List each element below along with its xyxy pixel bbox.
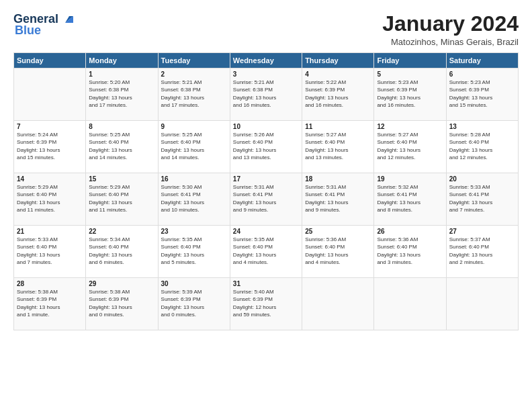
header-cell-friday: Friday: [374, 53, 446, 68]
day-number: 28: [17, 280, 83, 287]
header-cell-monday: Monday: [86, 53, 158, 68]
day-number: 29: [89, 280, 154, 287]
day-content: Sunrise: 5:34 AM Sunset: 6:40 PM Dayligh…: [89, 236, 154, 266]
day-cell: 22Sunrise: 5:34 AM Sunset: 6:40 PM Dayli…: [86, 226, 158, 278]
day-number: 6: [449, 71, 515, 78]
day-cell: 11Sunrise: 5:27 AM Sunset: 6:40 PM Dayli…: [302, 121, 374, 173]
header: General Blue January 2024 Matozinhos, Mi…: [13, 12, 519, 47]
day-cell: 19Sunrise: 5:32 AM Sunset: 6:41 PM Dayli…: [374, 173, 446, 226]
calendar-table: SundayMondayTuesdayWednesdayThursdayFrid…: [13, 52, 519, 330]
day-content: Sunrise: 5:37 AM Sunset: 6:40 PM Dayligh…: [449, 236, 515, 266]
day-cell: 16Sunrise: 5:30 AM Sunset: 6:41 PM Dayli…: [158, 173, 230, 226]
day-cell: [302, 278, 374, 330]
day-number: 8: [89, 123, 154, 130]
month-title: January 2024: [382, 12, 519, 36]
week-row-1: 1Sunrise: 5:20 AM Sunset: 6:38 PM Daylig…: [14, 68, 519, 121]
day-number: 10: [233, 123, 299, 130]
day-number: 23: [161, 228, 227, 235]
day-cell: 23Sunrise: 5:35 AM Sunset: 6:40 PM Dayli…: [158, 226, 230, 278]
week-row-3: 14Sunrise: 5:29 AM Sunset: 6:40 PM Dayli…: [14, 173, 519, 226]
day-number: 7: [17, 123, 83, 130]
day-number: 14: [17, 175, 83, 183]
day-number: 31: [233, 280, 299, 287]
day-number: 22: [89, 228, 154, 235]
day-content: Sunrise: 5:35 AM Sunset: 6:40 PM Dayligh…: [161, 236, 227, 266]
day-number: 20: [449, 175, 515, 183]
day-cell: 29Sunrise: 5:38 AM Sunset: 6:39 PM Dayli…: [86, 278, 158, 330]
day-cell: 13Sunrise: 5:28 AM Sunset: 6:40 PM Dayli…: [446, 121, 518, 173]
day-cell: 28Sunrise: 5:38 AM Sunset: 6:39 PM Dayli…: [14, 278, 86, 330]
day-cell: [446, 278, 518, 330]
day-content: Sunrise: 5:27 AM Sunset: 6:40 PM Dayligh…: [305, 131, 371, 161]
day-cell: 26Sunrise: 5:36 AM Sunset: 6:40 PM Dayli…: [374, 226, 446, 278]
day-number: 18: [305, 175, 371, 183]
location: Matozinhos, Minas Gerais, Brazil: [382, 37, 519, 47]
logo-blue: Blue: [15, 24, 41, 38]
header-row: SundayMondayTuesdayWednesdayThursdayFrid…: [14, 53, 519, 68]
day-cell: 21Sunrise: 5:33 AM Sunset: 6:40 PM Dayli…: [14, 226, 86, 278]
day-content: Sunrise: 5:27 AM Sunset: 6:40 PM Dayligh…: [377, 131, 443, 161]
week-row-4: 21Sunrise: 5:33 AM Sunset: 6:40 PM Dayli…: [14, 226, 519, 278]
day-number: 26: [377, 228, 443, 235]
day-cell: 1Sunrise: 5:20 AM Sunset: 6:38 PM Daylig…: [86, 68, 158, 121]
day-content: Sunrise: 5:22 AM Sunset: 6:39 PM Dayligh…: [305, 79, 371, 109]
day-number: 25: [305, 228, 371, 235]
calendar-page: General Blue January 2024 Matozinhos, Mi…: [0, 0, 532, 411]
day-number: 21: [17, 228, 83, 235]
header-cell-tuesday: Tuesday: [158, 53, 230, 68]
day-content: Sunrise: 5:29 AM Sunset: 6:40 PM Dayligh…: [89, 183, 154, 214]
header-cell-thursday: Thursday: [302, 53, 374, 68]
day-number: 1: [89, 71, 154, 78]
day-cell: 17Sunrise: 5:31 AM Sunset: 6:41 PM Dayli…: [230, 173, 302, 226]
day-content: Sunrise: 5:36 AM Sunset: 6:40 PM Dayligh…: [305, 236, 371, 266]
day-content: Sunrise: 5:26 AM Sunset: 6:40 PM Dayligh…: [233, 131, 299, 161]
day-cell: 15Sunrise: 5:29 AM Sunset: 6:40 PM Dayli…: [86, 173, 158, 226]
day-number: 3: [233, 71, 299, 78]
day-number: 30: [161, 280, 227, 287]
day-content: Sunrise: 5:33 AM Sunset: 6:41 PM Dayligh…: [449, 183, 515, 214]
day-cell: 10Sunrise: 5:26 AM Sunset: 6:40 PM Dayli…: [230, 121, 302, 173]
day-cell: 25Sunrise: 5:36 AM Sunset: 6:40 PM Dayli…: [302, 226, 374, 278]
day-number: 27: [449, 228, 515, 235]
day-number: 4: [305, 71, 371, 78]
day-cell: 20Sunrise: 5:33 AM Sunset: 6:41 PM Dayli…: [446, 173, 518, 226]
day-number: 24: [233, 228, 299, 235]
day-cell: 3Sunrise: 5:21 AM Sunset: 6:38 PM Daylig…: [230, 68, 302, 121]
day-number: 16: [161, 175, 227, 183]
day-number: 19: [377, 175, 443, 183]
day-cell: 18Sunrise: 5:31 AM Sunset: 6:41 PM Dayli…: [302, 173, 374, 226]
day-cell: 31Sunrise: 5:40 AM Sunset: 6:39 PM Dayli…: [230, 278, 302, 330]
day-cell: 8Sunrise: 5:25 AM Sunset: 6:40 PM Daylig…: [86, 121, 158, 173]
logo: General Blue: [13, 12, 75, 38]
logo-icon: [60, 11, 75, 26]
day-cell: [14, 68, 86, 121]
day-content: Sunrise: 5:31 AM Sunset: 6:41 PM Dayligh…: [305, 183, 371, 214]
day-content: Sunrise: 5:25 AM Sunset: 6:40 PM Dayligh…: [89, 131, 154, 161]
day-content: Sunrise: 5:29 AM Sunset: 6:40 PM Dayligh…: [17, 183, 83, 214]
day-number: 17: [233, 175, 299, 183]
day-number: 5: [377, 71, 443, 78]
day-cell: 27Sunrise: 5:37 AM Sunset: 6:40 PM Dayli…: [446, 226, 518, 278]
day-cell: 14Sunrise: 5:29 AM Sunset: 6:40 PM Dayli…: [14, 173, 86, 226]
day-cell: 5Sunrise: 5:23 AM Sunset: 6:39 PM Daylig…: [374, 68, 446, 121]
day-cell: 2Sunrise: 5:21 AM Sunset: 6:38 PM Daylig…: [158, 68, 230, 121]
day-number: 15: [89, 175, 154, 183]
day-content: Sunrise: 5:24 AM Sunset: 6:39 PM Dayligh…: [17, 131, 83, 161]
day-content: Sunrise: 5:35 AM Sunset: 6:40 PM Dayligh…: [233, 236, 299, 266]
week-row-2: 7Sunrise: 5:24 AM Sunset: 6:39 PM Daylig…: [14, 121, 519, 173]
day-content: Sunrise: 5:28 AM Sunset: 6:40 PM Dayligh…: [449, 131, 515, 161]
day-content: Sunrise: 5:31 AM Sunset: 6:41 PM Dayligh…: [233, 183, 299, 214]
day-content: Sunrise: 5:38 AM Sunset: 6:39 PM Dayligh…: [17, 288, 83, 318]
day-content: Sunrise: 5:39 AM Sunset: 6:39 PM Dayligh…: [161, 288, 227, 318]
day-number: 11: [305, 123, 371, 130]
day-number: 9: [161, 123, 227, 130]
header-cell-wednesday: Wednesday: [230, 53, 302, 68]
day-content: Sunrise: 5:23 AM Sunset: 6:39 PM Dayligh…: [449, 79, 515, 109]
day-cell: 4Sunrise: 5:22 AM Sunset: 6:39 PM Daylig…: [302, 68, 374, 121]
week-row-5: 28Sunrise: 5:38 AM Sunset: 6:39 PM Dayli…: [14, 278, 519, 330]
header-cell-saturday: Saturday: [446, 53, 518, 68]
day-cell: 7Sunrise: 5:24 AM Sunset: 6:39 PM Daylig…: [14, 121, 86, 173]
day-content: Sunrise: 5:33 AM Sunset: 6:40 PM Dayligh…: [17, 236, 83, 266]
day-cell: 30Sunrise: 5:39 AM Sunset: 6:39 PM Dayli…: [158, 278, 230, 330]
day-content: Sunrise: 5:21 AM Sunset: 6:38 PM Dayligh…: [161, 79, 227, 109]
